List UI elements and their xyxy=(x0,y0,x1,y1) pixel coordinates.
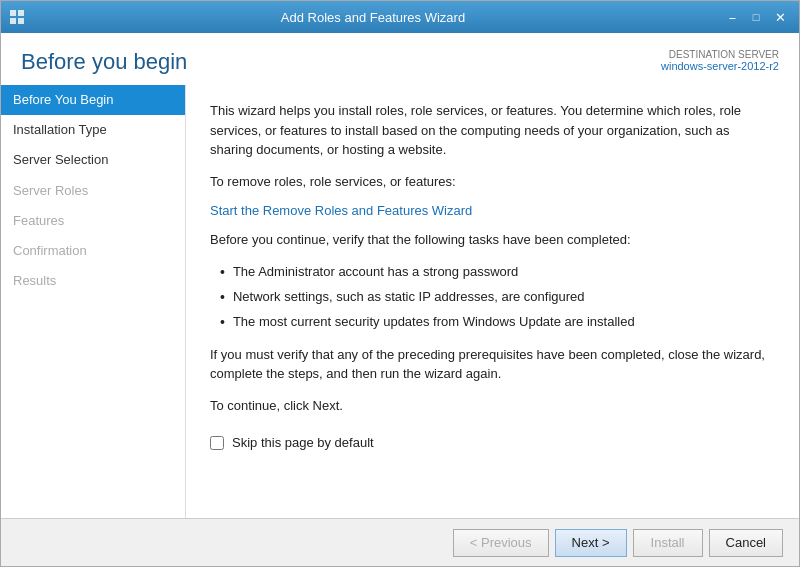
svg-rect-0 xyxy=(10,10,16,16)
titlebar: Add Roles and Features Wizard ‒ □ ✕ xyxy=(1,1,799,33)
server-name: windows-server-2012-r2 xyxy=(661,60,779,72)
titlebar-icon xyxy=(9,9,25,25)
titlebar-controls: ‒ □ ✕ xyxy=(721,7,791,27)
destination-server: DESTINATION SERVER windows-server-2012-r… xyxy=(661,49,779,72)
sidebar-item-server-selection[interactable]: Server Selection xyxy=(1,145,185,175)
sidebar-item-before-you-begin[interactable]: Before You Begin xyxy=(1,85,185,115)
page-title: Before you begin xyxy=(21,49,187,75)
sidebar: Before You Begin Installation Type Serve… xyxy=(1,85,186,518)
sidebar-item-server-roles: Server Roles xyxy=(1,176,185,206)
sidebar-item-features: Features xyxy=(1,206,185,236)
svg-rect-3 xyxy=(18,18,24,24)
close-button[interactable]: ✕ xyxy=(769,7,791,27)
svg-rect-1 xyxy=(18,10,24,16)
content-panel: This wizard helps you install roles, rol… xyxy=(186,85,799,518)
sidebar-item-confirmation: Confirmation xyxy=(1,236,185,266)
main-content: Before you begin DESTINATION SERVER wind… xyxy=(1,33,799,518)
skip-page-checkbox-area: Skip this page by default xyxy=(210,435,775,450)
paragraph3: To continue, click Next. xyxy=(210,396,775,416)
cancel-button[interactable]: Cancel xyxy=(709,529,783,557)
minimize-button[interactable]: ‒ xyxy=(721,7,743,27)
bullet-item-1: The Administrator account has a strong p… xyxy=(220,262,775,283)
next-button[interactable]: Next > xyxy=(555,529,627,557)
svg-rect-2 xyxy=(10,18,16,24)
paragraph2: If you must verify that any of the prece… xyxy=(210,345,775,384)
verify-label: Before you continue, verify that the fol… xyxy=(210,230,775,250)
footer: < Previous Next > Install Cancel xyxy=(1,518,799,566)
paragraph1: This wizard helps you install roles, rol… xyxy=(210,101,775,160)
titlebar-title: Add Roles and Features Wizard xyxy=(25,10,721,25)
remove-roles-link[interactable]: Start the Remove Roles and Features Wiza… xyxy=(210,203,472,218)
bullet-item-3: The most current security updates from W… xyxy=(220,312,775,333)
previous-button[interactable]: < Previous xyxy=(453,529,549,557)
maximize-button[interactable]: □ xyxy=(745,7,767,27)
skip-page-checkbox[interactable] xyxy=(210,436,224,450)
bullet-item-2: Network settings, such as static IP addr… xyxy=(220,287,775,308)
body-area: Before You Begin Installation Type Serve… xyxy=(1,85,799,518)
remove-roles-label: To remove roles, role services, or featu… xyxy=(210,172,775,192)
bullet-list: The Administrator account has a strong p… xyxy=(220,262,775,333)
header-area: Before you begin DESTINATION SERVER wind… xyxy=(1,33,799,85)
skip-page-label[interactable]: Skip this page by default xyxy=(232,435,374,450)
sidebar-item-results: Results xyxy=(1,266,185,296)
install-button[interactable]: Install xyxy=(633,529,703,557)
sidebar-item-installation-type[interactable]: Installation Type xyxy=(1,115,185,145)
wizard-window: Add Roles and Features Wizard ‒ □ ✕ Befo… xyxy=(0,0,800,567)
destination-label: DESTINATION SERVER xyxy=(661,49,779,60)
